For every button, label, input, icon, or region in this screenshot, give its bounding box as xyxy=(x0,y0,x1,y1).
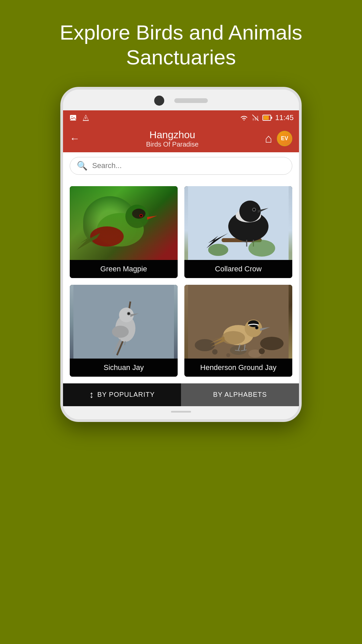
svg-point-13 xyxy=(125,205,149,228)
phone-mockup: 11:45 ← Hangzhou Birds Of Paradise ⌂ EV … xyxy=(60,87,302,422)
search-icon: 🔍 xyxy=(77,161,87,171)
svg-point-14 xyxy=(132,209,145,219)
battery-icon xyxy=(262,114,273,121)
svg-point-16 xyxy=(140,215,142,217)
svg-point-51 xyxy=(222,331,245,344)
app-header: ← Hangzhou Birds Of Paradise ⌂ EV xyxy=(63,125,299,152)
tab-by-alphabets[interactable]: BY ALPHABETS xyxy=(181,383,299,406)
svg-point-22 xyxy=(239,201,261,222)
bird-label-green-magpie: Green Magpie xyxy=(70,260,178,278)
svg-point-24 xyxy=(253,209,255,211)
svg-rect-10 xyxy=(271,117,272,119)
bird-label-collared-crow: Collared Crow xyxy=(184,260,292,278)
signal-icon xyxy=(251,114,260,121)
svg-point-45 xyxy=(259,348,265,354)
bird-card-collared-crow[interactable]: Collared Crow xyxy=(184,186,292,278)
header-location: Hangzhou xyxy=(80,129,265,141)
svg-point-39 xyxy=(195,339,215,351)
status-time: 11:45 xyxy=(275,113,294,122)
bird-image-henderson xyxy=(184,285,292,359)
svg-point-44 xyxy=(226,353,230,357)
header-subtitle: Birds Of Paradise xyxy=(80,141,265,148)
bird-label-sichuan-jay: Sichuan Jay xyxy=(70,359,178,377)
svg-rect-7 xyxy=(255,117,256,120)
back-button[interactable]: ← xyxy=(70,133,80,144)
bird-grid: Green Magpie xyxy=(63,179,299,383)
phone-speaker xyxy=(174,98,208,103)
home-button[interactable]: ⌂ xyxy=(265,131,272,146)
page-title: Explore Birds and Animals Sanctuaries xyxy=(0,20,362,70)
search-container: 🔍 xyxy=(63,152,299,179)
header-title: Hangzhou Birds Of Paradise xyxy=(80,129,265,148)
svg-rect-11 xyxy=(263,116,269,120)
status-right-icons: 11:45 xyxy=(240,113,294,122)
svg-point-15 xyxy=(139,214,143,217)
tab-by-popularity[interactable]: ↕ BY POPULARITY xyxy=(63,383,181,406)
phone-camera xyxy=(154,96,164,106)
bird-label-henderson: Henderson Ground Jay xyxy=(184,359,292,377)
svg-point-12 xyxy=(97,213,144,247)
svg-point-17 xyxy=(90,226,124,247)
svg-rect-0 xyxy=(70,115,76,121)
ev-badge[interactable]: EV xyxy=(277,131,292,146)
sort-icon: ↕ xyxy=(89,389,94,400)
svg-point-50 xyxy=(256,327,258,328)
svg-rect-6 xyxy=(253,118,254,120)
image-icon xyxy=(68,114,78,121)
svg-point-41 xyxy=(260,337,284,350)
wifi-icon xyxy=(240,114,248,121)
bird-image-sichuan-jay xyxy=(70,285,178,359)
svg-point-29 xyxy=(248,240,275,257)
svg-point-1 xyxy=(71,116,72,117)
svg-point-36 xyxy=(128,313,130,314)
bird-image-collared-crow xyxy=(184,186,292,260)
svg-point-30 xyxy=(208,244,228,256)
svg-rect-8 xyxy=(257,116,258,120)
phone-top-bar xyxy=(63,90,299,110)
status-bar: 11:45 xyxy=(63,110,299,125)
bottom-tabs: ↕ BY POPULARITY BY ALPHABETS xyxy=(63,383,299,406)
svg-line-53 xyxy=(244,344,245,350)
bird-card-sichuan-jay[interactable]: Sichuan Jay xyxy=(70,285,178,377)
bird-card-henderson[interactable]: Henderson Ground Jay xyxy=(184,285,292,377)
bird-image-green-magpie xyxy=(70,186,178,260)
search-bar[interactable]: 🔍 xyxy=(70,157,292,175)
search-input[interactable] xyxy=(92,161,285,170)
svg-point-34 xyxy=(112,326,129,338)
phone-bottom-bar xyxy=(63,406,299,419)
bird-card-green-magpie[interactable]: Green Magpie xyxy=(70,186,178,278)
notification-icon xyxy=(81,114,90,121)
svg-point-43 xyxy=(212,349,218,355)
tab-alphabets-label: BY ALPHABETS xyxy=(213,391,267,398)
status-left-icons xyxy=(68,114,90,121)
tab-popularity-label: BY POPULARITY xyxy=(97,391,155,398)
header-actions: ⌂ EV xyxy=(265,131,292,146)
